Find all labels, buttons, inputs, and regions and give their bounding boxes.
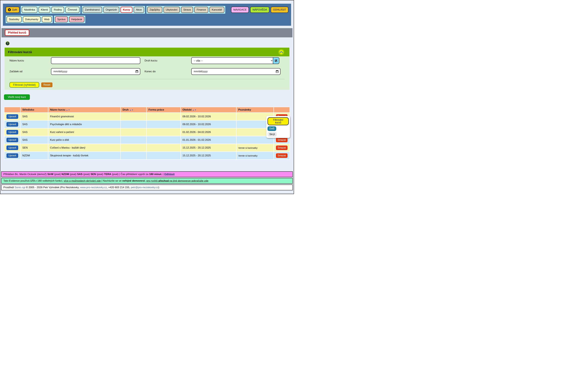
sort-asc-icon[interactable]: ▲ bbox=[66, 109, 68, 111]
cell-obdobi: 15.12.2025 - 20.12.2025 bbox=[181, 152, 236, 159]
footer-text: NZDM bbox=[62, 173, 69, 176]
footer-text: Přihlášen Bc. Martin Ocásek (demo2) bbox=[3, 173, 47, 176]
footer-link-sonic-cgi[interactable]: Sonic.cgi bbox=[15, 186, 25, 189]
sort-asc-icon[interactable]: ▲ bbox=[129, 109, 131, 111]
column-header-empty bbox=[274, 107, 290, 112]
end-date-input[interactable] bbox=[191, 68, 281, 75]
footer-text: , bbox=[145, 179, 146, 182]
edit-button[interactable]: Upravit bbox=[6, 114, 19, 119]
end-date-label: Konec do bbox=[145, 70, 191, 73]
back-arrow-icon bbox=[8, 8, 11, 11]
nav-item-navigace[interactable]: NAVIGACE bbox=[231, 7, 249, 13]
cell-druh bbox=[121, 152, 146, 159]
collapse-panel-button[interactable] bbox=[278, 49, 284, 55]
table-row: UpravitNZDMSkupinová terapie - každý čtv… bbox=[4, 152, 290, 159]
delete-button[interactable]: Smazat bbox=[276, 137, 288, 143]
nav-group: ZápůjčkyUbytováníStravaFinanceKancelář bbox=[146, 6, 225, 14]
nav-item-helpdesk[interactable]: Helpdesk bbox=[69, 16, 84, 22]
page-header-bar: Přehled kurzů bbox=[1, 28, 293, 37]
help-icon[interactable]: ? bbox=[6, 41, 10, 45]
nav-item-rodiny[interactable]: Rodiny bbox=[52, 7, 64, 13]
table-row: UpravitSASFinanční gramotnost09.02.2026 … bbox=[4, 113, 290, 120]
cell-stredisko: SAS bbox=[21, 128, 48, 136]
cell-druh bbox=[121, 113, 146, 120]
edit-button[interactable]: Upravit bbox=[6, 145, 19, 150]
nav-item-sprava[interactable]: Správa bbox=[55, 16, 68, 22]
sort-asc-icon[interactable]: ▲ bbox=[192, 109, 194, 111]
nav-group: StatistikyDokumentyWeb bbox=[6, 16, 53, 23]
filter-panel-title: Filtrování kurzů bbox=[8, 50, 32, 54]
top-navigation: Zpět NástěnkaKlientiRodinyČinnostiZaměst… bbox=[3, 4, 291, 26]
context-menu: Filtrování kurzůDolůSkrýt bbox=[266, 116, 290, 138]
column-header-druh: Druh▲▼ bbox=[121, 107, 146, 112]
nav-group: NástěnkaKlientiRodinyČinnosti bbox=[21, 6, 80, 14]
context-menu-item-filtrovani-kurzu[interactable]: Filtrování kurzů bbox=[268, 117, 289, 125]
back-button[interactable]: Zpět bbox=[6, 7, 20, 13]
nav-item-nastenka[interactable]: Nástěnka bbox=[22, 7, 37, 13]
footer-text: © 2005 - 2026 Petr Vyhnálek (Pro Nezisko… bbox=[25, 186, 80, 189]
nav-item-zapujcky[interactable]: Zápůjčky bbox=[147, 7, 162, 13]
nav-item-zamestnanci[interactable]: Zaměstnanci bbox=[83, 7, 102, 13]
edit-button[interactable]: Upravit bbox=[6, 130, 19, 135]
footer-text: (psat) bbox=[53, 173, 62, 176]
column-header-obdobi: Období▲▼ bbox=[181, 107, 236, 112]
nav-item-cinnosti[interactable]: Činnosti bbox=[65, 7, 79, 13]
context-menu-item-skryt[interactable]: Skrýt bbox=[268, 132, 277, 137]
edit-button[interactable]: Upravit bbox=[6, 137, 19, 143]
nav-item-akce[interactable]: Akce bbox=[134, 7, 144, 13]
table-header-row: StřediskoNázev kurzu▲▼Druh▲▼Forma práceO… bbox=[4, 107, 290, 112]
cell-forma-prace bbox=[147, 121, 180, 128]
nav-item-finance[interactable]: Finance bbox=[194, 7, 208, 13]
footer-text: ) bbox=[158, 186, 159, 189]
add-course-button[interactable]: Vložit nový kurz bbox=[4, 94, 30, 100]
nav-item-organizer[interactable]: Organizér bbox=[103, 7, 119, 13]
filter-submit-button[interactable]: Filtrovat (vyhledat) bbox=[10, 82, 39, 88]
nav-row-secondary: StatistikyDokumentyWebSprávaHelpdesk bbox=[6, 16, 288, 23]
sort-desc-icon[interactable]: ▼ bbox=[68, 109, 70, 111]
edit-button[interactable]: Upravit bbox=[6, 153, 19, 158]
copyright-bar: Prostředí Sonic.cgi © 2005 - 2026 Petr V… bbox=[1, 185, 293, 190]
column-header-forma-prace: Forma práce bbox=[147, 107, 180, 112]
start-date-field bbox=[51, 68, 140, 75]
nav-group: SprávaHelpdesk bbox=[54, 16, 85, 23]
context-menu-item-dolu[interactable]: Dolů bbox=[268, 126, 276, 131]
column-header-stredisko: Středisko bbox=[21, 107, 48, 112]
nav-item-strava[interactable]: Strava bbox=[181, 7, 193, 13]
course-type-select[interactable]: -- vše -- bbox=[191, 57, 273, 64]
edit-button[interactable]: Upravit bbox=[6, 122, 19, 127]
footer-link-prechod[interactable]: přechod bbox=[158, 179, 169, 182]
footer-text: Prostředí bbox=[3, 186, 15, 189]
footer-link-www-pro-neziskovky-cz[interactable]: www.pro-neziskovky.cz bbox=[80, 186, 107, 189]
footer-link-petr-pro-neziskovky-cz[interactable]: petr@pro-neziskovky.cz bbox=[131, 186, 158, 189]
course-type-label: Druh kurzu bbox=[145, 59, 191, 62]
footer-link-na-jine-demoverze-pokracujte-zde[interactable]: na jiné demoverze pokračujte zde bbox=[169, 179, 208, 182]
nav-item-statistiky[interactable]: Statistiky bbox=[7, 16, 21, 22]
nav-item-napoveda[interactable]: NÁPOVĚDA bbox=[250, 7, 269, 13]
footer-link-odhlasit[interactable]: Odhlásit bbox=[164, 173, 175, 176]
demo-info-bar: Tato Evidence používá 173 z 180 voliteln… bbox=[1, 178, 293, 184]
nav-item-kancelar[interactable]: Kancelář bbox=[210, 7, 224, 13]
footer-link-pro-rychly[interactable]: pro rychlý bbox=[146, 179, 158, 182]
nav-item-odhlasit[interactable]: ODHLÁSIT bbox=[271, 7, 288, 13]
footer-link-vice-o-moznostech-skryvani-zde[interactable]: více o možnostech skrývání zde bbox=[64, 179, 101, 182]
nav-item-kurzy[interactable]: Kurzy bbox=[121, 7, 132, 13]
footer-text: 173 bbox=[30, 179, 35, 182]
cell-nazev-kurzu: Finanční gramotnost bbox=[48, 113, 121, 120]
start-date-input[interactable] bbox=[51, 68, 140, 75]
footer-text: , +420 603 214 155, bbox=[107, 186, 131, 189]
filter-panel: Filtrování kurzů Název kurzu Druh kurzu … bbox=[5, 48, 289, 90]
edit-course-types-button[interactable] bbox=[273, 57, 279, 64]
delete-button[interactable]: Smazat bbox=[276, 153, 288, 158]
nav-item-ubytovani[interactable]: Ubytování bbox=[164, 7, 180, 13]
filter-reset-button[interactable]: Reset bbox=[41, 82, 53, 88]
nav-item-dokumenty[interactable]: Dokumenty bbox=[23, 16, 41, 22]
course-name-input[interactable] bbox=[51, 57, 140, 64]
nav-item-web[interactable]: Web bbox=[42, 16, 52, 22]
delete-button[interactable]: Smazat bbox=[276, 145, 288, 150]
nav-item-klienti[interactable]: Klienti bbox=[39, 7, 50, 13]
table-row: UpravitSENCvičení s Martou - každé úterý… bbox=[4, 144, 290, 151]
footer-text: | bbox=[162, 173, 164, 176]
footer-text: SEN bbox=[91, 173, 96, 176]
sort-desc-icon[interactable]: ▼ bbox=[132, 109, 133, 111]
sort-desc-icon[interactable]: ▼ bbox=[194, 109, 196, 111]
